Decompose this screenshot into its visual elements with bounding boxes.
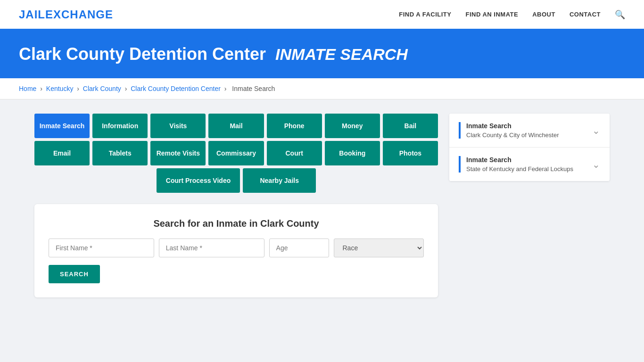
right-sidebar: Inmate Search Clark County & City of Win… [449,114,610,183]
tab-photos[interactable]: Photos [383,141,438,165]
nav-about[interactable]: ABOUT [532,11,555,18]
sidebar-item-kentucky-title: Inmate Search [466,156,573,164]
logo-jail: JAIL [19,8,45,21]
hero-title-subtitle: INMATE SEARCH [275,45,408,63]
sidebar-item-clark-county[interactable]: Inmate Search Clark County & City of Win… [449,114,610,148]
logo-exchange: EXCHANGE [45,8,113,21]
search-title: Search for an Inmate in Clark County [49,218,424,229]
tabs-row-3: Court Process Video Nearby Jails [34,168,438,193]
search-card: Search for an Inmate in Clark County Rac… [34,204,438,297]
tab-tablets[interactable]: Tablets [92,141,148,165]
tab-nearby-jails[interactable]: Nearby Jails [243,168,316,193]
hero-banner: Clark County Detention Center INMATE SEA… [0,30,644,78]
age-input[interactable] [269,239,329,257]
tabs-row-2: Email Tablets Remote Visits Commissary C… [34,141,438,165]
breadcrumb-home[interactable]: Home [19,85,36,92]
last-name-input[interactable] [159,239,264,257]
breadcrumb-sep-2: › [77,85,79,92]
race-select[interactable]: Race White Black Hispanic Asian Other [334,239,424,257]
tab-phone[interactable]: Phone [267,114,322,138]
tab-booking[interactable]: Booking [325,141,380,165]
search-button[interactable]: SEARCH [49,265,100,283]
sidebar-item-kentucky-subtitle: State of Kentucky and Federal Lockups [466,165,573,173]
breadcrumb-clark-county[interactable]: Clark County [83,85,121,92]
breadcrumb-detention-center[interactable]: Clark County Detention Center [131,85,221,92]
main-content: Inmate Search Information Visits Mail Ph… [20,114,624,297]
sidebar-card: Inmate Search Clark County & City of Win… [449,114,610,181]
breadcrumb-sep-4: › [224,85,227,92]
tab-court[interactable]: Court [267,141,322,165]
breadcrumb-sep-3: › [125,85,127,92]
nav: FIND A FACILITY FIND AN INMATE ABOUT CON… [399,9,625,20]
search-icon-button[interactable]: 🔍 [615,9,625,20]
breadcrumb-sep-1: › [40,85,42,92]
chevron-down-icon: ⌄ [592,125,600,136]
tab-visits[interactable]: Visits [150,114,206,138]
sidebar-item-kentucky-content: Inmate Search State of Kentucky and Fede… [459,156,573,173]
logo[interactable]: JAILEXCHANGE [19,8,113,21]
hero-title-main: Clark County Detention Center [19,44,266,64]
nav-contact[interactable]: CONTACT [570,11,601,18]
sidebar-item-kentucky[interactable]: Inmate Search State of Kentucky and Fede… [449,148,610,181]
sidebar-item-clark-subtitle: Clark County & City of Winchester [466,132,559,139]
header: JAILEXCHANGE FIND A FACILITY FIND AN INM… [0,0,644,30]
breadcrumb: Home › Kentucky › Clark County › Clark C… [0,78,644,99]
hero-title: Clark County Detention Center INMATE SEA… [19,44,625,64]
chevron-down-icon-2: ⌄ [592,159,600,170]
tab-money[interactable]: Money [325,114,380,138]
tab-information[interactable]: Information [92,114,148,138]
first-name-input[interactable] [49,239,154,257]
breadcrumb-current: Inmate Search [232,85,275,92]
sidebar-item-clark-content: Inmate Search Clark County & City of Win… [459,122,559,139]
tab-remote-visits[interactable]: Remote Visits [150,141,206,165]
tab-bail[interactable]: Bail [383,114,438,138]
tab-inmate-search[interactable]: Inmate Search [34,114,90,138]
tab-mail[interactable]: Mail [208,114,264,138]
search-fields: Race White Black Hispanic Asian Other [49,239,424,257]
tab-court-process-video[interactable]: Court Process Video [157,168,240,193]
breadcrumb-kentucky[interactable]: Kentucky [46,85,74,92]
sidebar-item-clark-title: Inmate Search [466,122,559,130]
center-column: Inmate Search Information Visits Mail Ph… [34,114,438,297]
nav-find-inmate[interactable]: FIND AN INMATE [465,11,518,18]
nav-find-facility[interactable]: FIND A FACILITY [399,11,451,18]
tabs-row-1: Inmate Search Information Visits Mail Ph… [34,114,438,138]
tab-commissary[interactable]: Commissary [208,141,264,165]
tab-email[interactable]: Email [34,141,90,165]
